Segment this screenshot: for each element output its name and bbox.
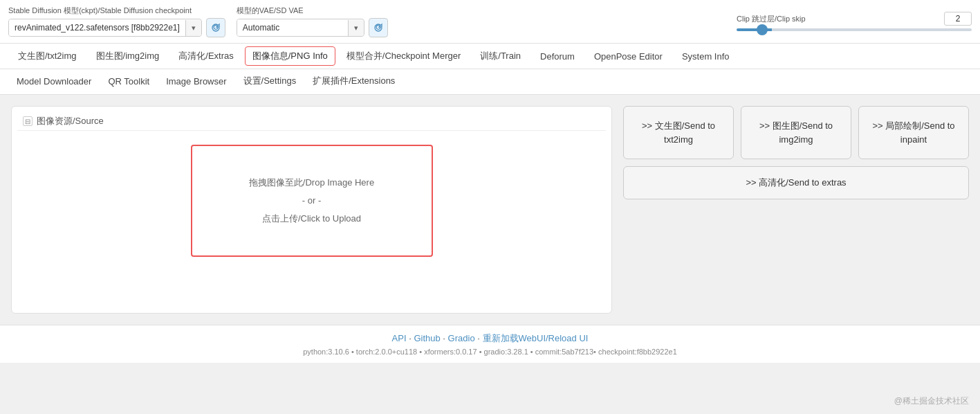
vae-dropdown-text: Automatic: [237, 19, 348, 36]
gradio-link[interactable]: Gradio: [448, 333, 475, 343]
btn3-line2: inpaint: [866, 133, 961, 147]
vae-section: 模型的VAE/SD VAE Automatic ▾: [237, 6, 388, 37]
drop-line3: 点击上传/Click to Upload: [206, 210, 418, 228]
clip-header: Clip 跳过层/Clip skip 2: [737, 12, 972, 26]
model-refresh-button[interactable]: [206, 18, 225, 37]
tab-txt2img[interactable]: 文生图/txt2img: [8, 44, 86, 69]
btn3-line1: >> 局部绘制/Send to: [866, 119, 961, 133]
tab-extras[interactable]: 高清化/Extras: [169, 44, 243, 69]
nav-row1: 文生图/txt2img 图生图/img2img 高清化/Extras 图像信息/…: [0, 44, 980, 69]
drop-line1: 拖拽图像至此/Drop Image Here: [206, 174, 418, 192]
tab-settings[interactable]: 设置/Settings: [235, 72, 305, 90]
vae-label: 模型的VAE/SD VAE: [237, 6, 388, 16]
watermark: @稀土掘金技术社区: [894, 395, 969, 407]
btn2-line2: img2img: [748, 133, 844, 147]
tab-extensions[interactable]: 扩展插件/Extensions: [304, 72, 403, 90]
reload-link[interactable]: 重新加载WebUI/Reload UI: [483, 333, 589, 343]
clip-slider[interactable]: [737, 28, 972, 31]
collapse-icon[interactable]: ⊟: [23, 116, 33, 126]
vae-refresh-icon: [373, 23, 383, 33]
send-to-txt2img-button[interactable]: >> 文生图/Send to txt2img: [623, 106, 734, 159]
api-link[interactable]: API: [392, 333, 407, 343]
model-dropdown[interactable]: revAnimated_v122.safetensors [f8bb2922e1…: [8, 19, 202, 37]
panel-header: ⊟ 图像资源/Source: [17, 112, 606, 131]
tab-openpose[interactable]: OpenPose Editor: [584, 44, 672, 69]
tab-qr[interactable]: QR Toolkit: [100, 72, 158, 90]
drop-line2: - or -: [206, 192, 418, 210]
btn1-line1: >> 文生图/Send to: [631, 119, 726, 133]
panel-title: 图像资源/Source: [37, 115, 104, 127]
model-dropdown-text: revAnimated_v122.safetensors [f8bb2922e1…: [9, 19, 185, 36]
dot1: ·: [409, 333, 412, 343]
send-to-img2img-button[interactable]: >> 图生图/Send to img2img: [741, 106, 851, 159]
model-dropdown-arrow[interactable]: ▾: [185, 20, 201, 36]
send-to-extras-button[interactable]: >> 高清化/Send to extras: [623, 166, 969, 199]
main-content: ⊟ 图像资源/Source 拖拽图像至此/Drop Image Here - o…: [0, 95, 980, 325]
tab-imagebrowser[interactable]: Image Browser: [158, 72, 234, 90]
vae-select-row: Automatic ▾: [237, 18, 388, 37]
model-section: Stable Diffusion 模型(ckpt)/Stable Diffusi…: [8, 6, 225, 37]
left-panel: ⊟ 图像资源/Source 拖拽图像至此/Drop Image Here - o…: [11, 106, 612, 314]
vae-dropdown[interactable]: Automatic ▾: [237, 19, 364, 37]
tab-img2img[interactable]: 图生图/img2img: [86, 44, 169, 69]
refresh-icon: [211, 23, 221, 33]
send-to-inpaint-button[interactable]: >> 局部绘制/Send to inpaint: [858, 106, 969, 159]
vae-dropdown-arrow[interactable]: ▾: [348, 20, 364, 36]
btn2-line1: >> 图生图/Send to: [748, 119, 844, 133]
model-label: Stable Diffusion 模型(ckpt)/Stable Diffusi…: [8, 6, 225, 16]
tab-checkpoint[interactable]: 模型合并/Checkpoint Merger: [337, 44, 470, 69]
dot2: ·: [443, 333, 445, 343]
action-buttons-row: >> 文生图/Send to txt2img >> 图生图/Send to im…: [623, 106, 969, 159]
clip-section: Clip 跳过层/Clip skip 2: [737, 12, 972, 31]
top-bar: Stable Diffusion 模型(ckpt)/Stable Diffusi…: [0, 0, 980, 44]
model-select-row: revAnimated_v122.safetensors [f8bb2922e1…: [8, 18, 225, 37]
tab-model-dl[interactable]: Model Downloader: [8, 72, 100, 90]
drop-zone[interactable]: 拖拽图像至此/Drop Image Here - or - 点击上传/Click…: [191, 145, 433, 257]
footer: API · Github · Gradio · 重新加载WebUI/Reload…: [0, 325, 980, 363]
clip-value: 2: [944, 12, 972, 26]
tab-deforum[interactable]: Deforum: [530, 44, 584, 69]
footer-info: python:3.10.6 • torch:2.0.0+cu118 • xfor…: [7, 348, 973, 356]
dot3: ·: [477, 333, 480, 343]
nav-row2: Model Downloader QR Toolkit Image Browse…: [0, 69, 980, 95]
right-panel: >> 文生图/Send to txt2img >> 图生图/Send to im…: [623, 106, 969, 314]
clip-label: Clip 跳过层/Clip skip: [737, 14, 806, 24]
btn1-line2: txt2img: [631, 133, 726, 147]
vae-refresh-button[interactable]: [369, 18, 388, 37]
tab-train[interactable]: 训练/Train: [470, 44, 530, 69]
tab-sysinfo[interactable]: System Info: [672, 44, 739, 69]
tab-pnginfo[interactable]: 图像信息/PNG Info: [245, 46, 335, 66]
footer-links: API · Github · Gradio · 重新加载WebUI/Reload…: [7, 332, 973, 345]
github-link[interactable]: Github: [414, 333, 440, 343]
